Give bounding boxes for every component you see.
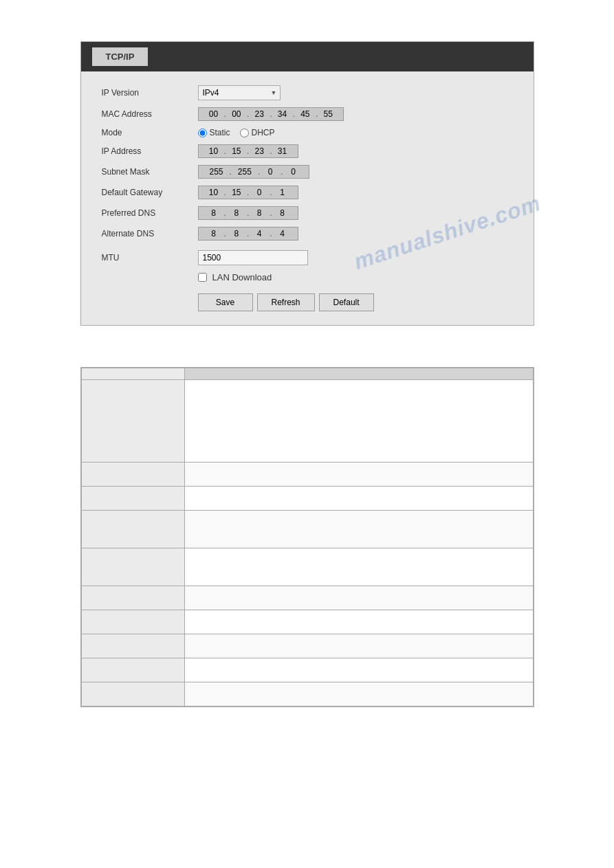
table-row: [81, 511, 533, 548]
gw-dot-2: .: [247, 188, 249, 197]
ip-address-value: . . .: [198, 144, 298, 158]
table-row: [81, 682, 533, 706]
adns-dot-4: .: [270, 229, 272, 238]
preferred-dns-label: Preferred DNS: [102, 208, 198, 218]
table-cell-left: [81, 658, 184, 682]
preferred-dns-field: . . .: [198, 206, 298, 220]
gw-octet-1[interactable]: [204, 188, 223, 197]
ip-octet-3[interactable]: [250, 146, 269, 156]
pdns-octet-2[interactable]: [227, 208, 246, 218]
gateway-field: . . .: [198, 186, 298, 199]
ip-dot-2: .: [247, 146, 249, 156]
ip-dot-1: .: [224, 146, 226, 156]
mode-radio-group: Static DHCP: [198, 128, 275, 137]
subnet-octet-3[interactable]: [261, 167, 280, 177]
table-row: [81, 487, 533, 511]
ip-octet-4[interactable]: [273, 146, 292, 156]
table-row: [81, 548, 533, 586]
table-row: [81, 380, 533, 463]
mac-octet-1[interactable]: [204, 109, 223, 119]
data-table-container: [80, 367, 534, 707]
table-row: [81, 658, 533, 682]
table-row: [81, 634, 533, 658]
pdns-octet-4[interactable]: [273, 208, 292, 218]
ip-version-value: IPv4 IPv6: [198, 85, 281, 100]
mac-dot-4: .: [293, 109, 295, 119]
alternate-dns-value: . . .: [198, 227, 298, 241]
gateway-value: . . .: [198, 186, 298, 199]
adns-dot-2[interactable]: [227, 229, 246, 238]
lan-download-row: LAN Download: [102, 272, 513, 282]
ip-address-field: . . .: [198, 144, 298, 158]
gateway-label: Default Gateway: [102, 188, 198, 197]
mode-static-radio[interactable]: [198, 129, 207, 137]
mode-dhcp-label[interactable]: DHCP: [240, 128, 275, 137]
tcpip-panel: TCP/IP IP Version IPv4 IPv6 MAC Address: [80, 41, 534, 326]
mtu-input[interactable]: [198, 250, 308, 265]
mode-static-label[interactable]: Static: [198, 128, 230, 137]
adns-octet-3[interactable]: [250, 229, 269, 238]
table-cell-right: [184, 658, 533, 682]
mac-address-value: . . . . .: [198, 107, 344, 121]
table-cell-left: [81, 682, 184, 706]
subnet-mask-value: . . .: [198, 165, 309, 179]
mac-address-row: MAC Address . . . . .: [102, 107, 513, 121]
mac-dot-3: .: [270, 109, 272, 119]
table-cell-right: [184, 548, 533, 586]
gw-dot-3: .: [270, 188, 272, 197]
mac-octet-6[interactable]: [318, 109, 338, 119]
ip-version-label: IP Version: [102, 88, 198, 98]
table-header-row: [81, 368, 533, 380]
adns-dot-3: .: [247, 229, 249, 238]
mac-octet-2[interactable]: [227, 109, 246, 119]
mac-address-label: MAC Address: [102, 109, 198, 119]
lan-download-checkbox[interactable]: [198, 273, 207, 282]
gw-octet-3[interactable]: [250, 188, 269, 197]
refresh-button[interactable]: Refresh: [257, 293, 315, 311]
table-cell-left: [81, 586, 184, 610]
subnet-mask-field: . . .: [198, 165, 309, 179]
adns-octet-4[interactable]: [273, 229, 292, 238]
mtu-row: MTU: [102, 250, 513, 265]
mode-static-text: Static: [210, 128, 230, 137]
mac-octet-3[interactable]: [250, 109, 269, 119]
mode-dhcp-text: DHCP: [252, 128, 275, 137]
mode-value: Static DHCP: [198, 128, 275, 137]
table-cell-right: [184, 487, 533, 511]
mac-octet-4[interactable]: [273, 109, 292, 119]
subnet-octet-2[interactable]: [232, 167, 257, 177]
alternate-dns-row: Alternate DNS . . .: [102, 227, 513, 241]
panel-body: IP Version IPv4 IPv6 MAC Address: [81, 71, 534, 325]
ip-octet-2[interactable]: [227, 146, 246, 156]
ip-octet-1[interactable]: [204, 146, 223, 156]
table-cell-right: [184, 511, 533, 548]
pdns-dot-1: .: [224, 208, 226, 218]
subnet-dot-2: .: [258, 167, 260, 177]
default-button[interactable]: Default: [319, 293, 374, 311]
table-row: [81, 586, 533, 610]
table-cell-left: [81, 380, 184, 463]
pdns-octet-1[interactable]: [204, 208, 223, 218]
button-row: Save Refresh Default: [102, 293, 513, 311]
adns-octet-1[interactable]: [204, 229, 223, 238]
subnet-octet-4[interactable]: [284, 167, 303, 177]
save-button[interactable]: Save: [198, 293, 253, 311]
table-row: [81, 463, 533, 487]
gw-octet-2[interactable]: [227, 188, 246, 197]
table-cell-right: [184, 682, 533, 706]
mode-dhcp-radio[interactable]: [240, 129, 249, 137]
ip-version-row: IP Version IPv4 IPv6: [102, 85, 513, 100]
ip-version-select[interactable]: IPv4 IPv6: [198, 85, 281, 100]
mac-dot-5: .: [316, 109, 318, 119]
panel-header: TCP/IP: [81, 42, 534, 71]
preferred-dns-row: Preferred DNS . . .: [102, 206, 513, 220]
table-cell-right: [184, 586, 533, 610]
mac-octet-5[interactable]: [296, 109, 315, 119]
table-cell-right: [184, 610, 533, 634]
pdns-octet-3[interactable]: [250, 208, 269, 218]
table-cell-right: [184, 463, 533, 487]
table-header-col1: [81, 368, 184, 380]
table-cell-left: [81, 548, 184, 586]
gw-octet-4[interactable]: [273, 188, 292, 197]
subnet-octet-1[interactable]: [204, 167, 229, 177]
